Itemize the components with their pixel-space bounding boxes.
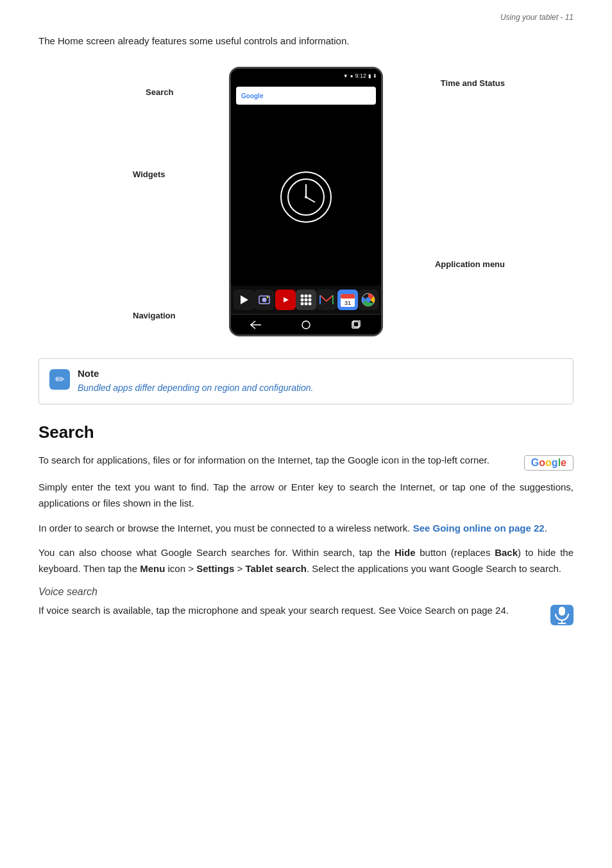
google-text-in-phone: Google [241, 92, 263, 100]
voice-search-text: If voice search is available, tap the mi… [38, 603, 540, 619]
phone-mockup: ▼ ● 9:12 ▮ ⬇ Google [229, 67, 383, 336]
phone-nav-bar [231, 314, 381, 334]
label-app-menu: Application menu [435, 259, 505, 269]
search-para-1: To search for applications, files or for… [38, 453, 574, 471]
phone-search-bar: Google [236, 87, 376, 105]
nav-back-btn [248, 320, 264, 329]
phone-dock: 31 [231, 286, 381, 314]
note-body: Bundled apps differ depending on region … [78, 381, 313, 395]
time-display: 9:12 [355, 73, 366, 79]
svg-point-23 [304, 302, 307, 306]
search-heading: Search [38, 422, 574, 442]
mic-badge [550, 605, 574, 625]
status-bar: ▼ ● 9:12 ▮ ⬇ [231, 69, 381, 83]
svg-text:31: 31 [344, 300, 351, 306]
svg-point-17 [304, 295, 307, 298]
diagram-inner: Search Widgets Navigation Time and Statu… [107, 60, 505, 343]
mic-icon [550, 605, 574, 625]
nav-recents-btn [348, 320, 364, 329]
dock-photo-icon [254, 290, 275, 310]
note-title: Note [78, 368, 313, 379]
search-para-4: You can also choose what Google Search s… [38, 545, 574, 577]
label-widgets: Widgets [133, 169, 165, 179]
dock-calendar-icon: 31 [337, 290, 358, 310]
phone-middle [231, 108, 381, 286]
google-badge: Google [524, 455, 574, 471]
voice-search-para: If voice search is available, tap the mi… [38, 603, 574, 626]
download-icon: ⬇ [373, 73, 377, 79]
svg-point-24 [308, 302, 311, 306]
mic-badge-container [547, 603, 574, 626]
page-header-text: Using your tablet - 11 [500, 13, 574, 22]
svg-marker-10 [241, 295, 248, 304]
note-box: ✏ Note Bundled apps differ depending on … [38, 358, 574, 404]
search-para-1-text: To search for applications, files or for… [38, 453, 514, 469]
clock-svg [287, 178, 325, 216]
svg-point-16 [300, 295, 303, 298]
dock-play-icon [234, 290, 254, 310]
svg-point-34 [302, 321, 310, 329]
svg-point-13 [267, 297, 268, 298]
dock-chrome-icon [358, 290, 378, 310]
svg-point-21 [308, 299, 311, 302]
svg-point-22 [300, 302, 303, 306]
dock-gmail-icon [316, 290, 337, 310]
svg-rect-29 [341, 294, 355, 299]
svg-point-12 [262, 298, 267, 302]
page-header: Using your tablet - 11 [38, 13, 574, 22]
phone-screen: ▼ ● 9:12 ▮ ⬇ Google [231, 69, 381, 334]
search-para-2: Simply enter the text you want to find. … [38, 480, 574, 512]
nav-home-btn [298, 320, 314, 329]
note-icon: ✏ [49, 369, 70, 390]
svg-point-9 [305, 196, 307, 198]
google-badge-container: Google [520, 453, 574, 471]
svg-line-8 [306, 197, 315, 202]
intro-paragraph: The Home screen already features some us… [38, 33, 574, 49]
svg-point-19 [300, 299, 303, 302]
battery-icon: ▮ [368, 73, 371, 79]
clock-widget [280, 171, 332, 223]
status-icons: ▼ ● 9:12 ▮ ⬇ [343, 73, 377, 79]
voice-search-heading: Voice search [38, 586, 574, 598]
label-time-status: Time and Status [441, 78, 505, 88]
dock-youtube-icon [275, 290, 296, 310]
signal-icon: ▼ [343, 73, 348, 79]
label-search: Search [146, 87, 173, 97]
svg-rect-37 [559, 607, 565, 616]
search-para-3: In order to search or browse the Interne… [38, 521, 574, 537]
note-content: Note Bundled apps differ depending on re… [78, 368, 313, 395]
wifi-icon: ● [350, 73, 353, 79]
diagram-container: Search Widgets Navigation Time and Statu… [38, 60, 574, 343]
dock-dots-icon [296, 290, 316, 310]
label-navigation: Navigation [133, 311, 175, 320]
svg-point-18 [308, 295, 311, 298]
svg-point-20 [304, 299, 307, 302]
